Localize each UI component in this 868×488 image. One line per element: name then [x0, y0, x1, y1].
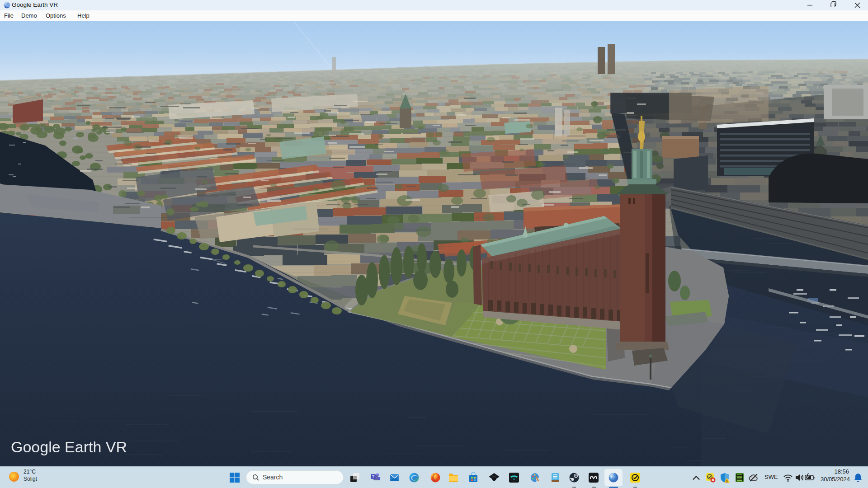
svg-text:T: T: [372, 474, 374, 479]
svg-text:Google Earth VR: Google Earth VR: [11, 438, 127, 455]
